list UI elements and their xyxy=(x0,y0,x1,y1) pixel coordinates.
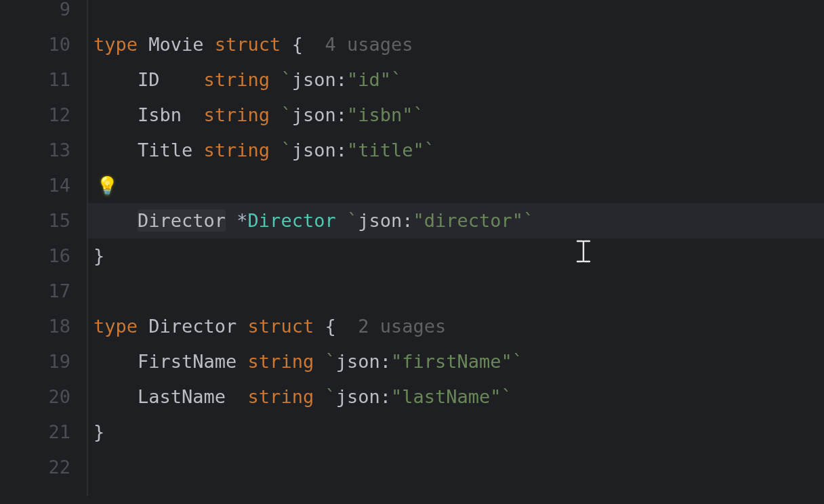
struct-tag: ` xyxy=(325,351,335,372)
line-number: 17 xyxy=(0,274,70,309)
lightbulb-icon[interactable]: 💡 xyxy=(96,168,118,203)
field-name: Director xyxy=(138,209,226,232)
field-type: string xyxy=(248,386,314,407)
code-line[interactable]: FirstName string `json:"firstName"` xyxy=(88,344,824,379)
field-name: ID xyxy=(138,69,160,90)
struct-tag: ` xyxy=(347,210,358,231)
struct-tag: ` xyxy=(281,140,291,161)
code-line[interactable]: Title string `json:"title"` xyxy=(88,133,824,168)
field-type: string xyxy=(248,351,314,372)
type-name: Movie xyxy=(148,34,203,55)
line-number: 14 xyxy=(0,168,70,203)
code-area[interactable]: type Movie struct { 4 usages ID string `… xyxy=(88,0,824,496)
brace-open: { xyxy=(292,34,303,55)
line-number: 9 xyxy=(0,0,70,27)
line-number: 10 xyxy=(0,27,70,62)
field-type: string xyxy=(204,69,270,90)
keyword-type: type xyxy=(94,34,138,55)
line-number: 12 xyxy=(0,98,70,133)
line-number: 16 xyxy=(0,238,70,274)
code-line[interactable] xyxy=(88,274,824,309)
code-line[interactable]: } xyxy=(88,415,824,450)
code-line[interactable]: } xyxy=(88,238,824,274)
keyword-type: type xyxy=(94,316,138,337)
code-line[interactable]: 💡 xyxy=(88,168,824,203)
brace-open: { xyxy=(325,316,335,337)
code-editor[interactable]: 910111213141516171819202122 type Movie s… xyxy=(0,0,824,496)
code-line[interactable]: ID string `json:"id"` xyxy=(88,62,824,98)
code-line[interactable]: Isbn string `json:"isbn"` xyxy=(88,98,824,133)
line-number: 20 xyxy=(0,379,70,415)
struct-tag: ` xyxy=(281,69,291,90)
line-number: 13 xyxy=(0,133,70,168)
line-number: 18 xyxy=(0,309,70,344)
struct-tag: ` xyxy=(281,104,291,125)
line-number: 11 xyxy=(0,62,70,98)
line-number-gutter: 910111213141516171819202122 xyxy=(0,0,88,496)
line-number: 21 xyxy=(0,415,70,450)
field-type: string xyxy=(204,140,270,161)
line-number: 22 xyxy=(0,450,70,485)
type-name: Director xyxy=(148,316,236,337)
field-name: Title xyxy=(138,140,192,161)
code-line[interactable]: type Movie struct { 4 usages xyxy=(88,27,824,62)
type-reference: Director xyxy=(248,210,336,231)
code-line[interactable]: LastName string `json:"lastName"` xyxy=(88,379,824,415)
field-name: LastName xyxy=(138,386,226,407)
keyword-struct: struct xyxy=(215,34,281,55)
field-name: Isbn xyxy=(138,104,182,125)
struct-tag: ` xyxy=(325,386,335,407)
code-line[interactable]: Director *Director `json:"director"` xyxy=(88,203,824,238)
brace-close: } xyxy=(94,421,104,442)
line-number: 19 xyxy=(0,344,70,379)
code-line[interactable] xyxy=(88,450,824,485)
brace-close: } xyxy=(94,245,104,266)
code-line[interactable]: type Director struct { 2 usages xyxy=(88,309,824,344)
pointer-star: * xyxy=(236,210,247,231)
usages-hint[interactable]: 4 usages xyxy=(325,34,413,55)
field-type: string xyxy=(204,104,270,125)
field-name: FirstName xyxy=(138,351,236,372)
line-number: 15 xyxy=(0,203,70,238)
code-line[interactable] xyxy=(88,0,824,27)
keyword-struct: struct xyxy=(248,316,314,337)
usages-hint[interactable]: 2 usages xyxy=(358,316,446,337)
